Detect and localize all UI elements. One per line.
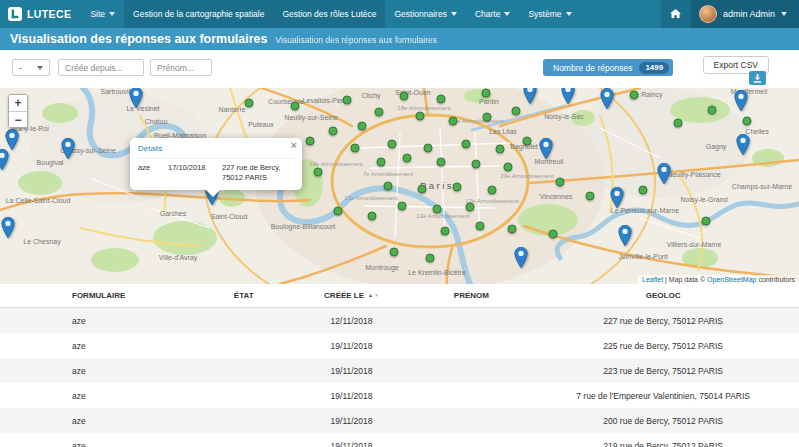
green-response-marker[interactable] xyxy=(358,122,367,131)
popup-close-icon[interactable]: × xyxy=(291,139,297,151)
green-response-marker[interactable] xyxy=(351,144,360,153)
lutece-logo-icon xyxy=(8,7,22,21)
green-response-marker[interactable] xyxy=(426,254,435,263)
navbar-menu: SiteGestion de la cartographie spatialeG… xyxy=(81,0,580,28)
green-response-marker[interactable] xyxy=(702,217,711,226)
popup-formulaire: aze xyxy=(138,163,162,183)
green-response-marker[interactable] xyxy=(377,158,386,167)
green-response-marker[interactable] xyxy=(398,202,407,211)
green-response-marker[interactable] xyxy=(368,212,377,221)
green-response-marker[interactable] xyxy=(433,205,442,214)
app-logo[interactable]: LUTECE xyxy=(0,0,81,28)
zoom-in-button[interactable]: + xyxy=(9,95,27,111)
green-response-marker[interactable] xyxy=(482,89,491,98)
zoom-control: + − xyxy=(8,94,28,128)
nav-item-4[interactable]: Charte xyxy=(466,0,520,28)
green-response-marker[interactable] xyxy=(291,102,300,111)
green-response-marker[interactable] xyxy=(343,96,352,105)
green-response-marker[interactable] xyxy=(556,178,565,187)
blue-pin-marker-icon[interactable] xyxy=(1,217,16,238)
green-response-marker[interactable] xyxy=(639,186,648,195)
responses-count-button[interactable]: Nombre de réponses 1499 xyxy=(543,59,673,76)
blue-pin-marker-icon[interactable] xyxy=(618,225,633,246)
nav-item-0[interactable]: Site xyxy=(81,0,124,28)
blue-pin-marker-icon[interactable] xyxy=(610,187,625,208)
cell-prenom xyxy=(415,308,527,334)
blue-pin-marker-icon[interactable] xyxy=(734,90,749,111)
green-response-marker[interactable] xyxy=(708,106,717,115)
green-response-marker[interactable] xyxy=(390,248,399,257)
blue-pin-marker-icon[interactable] xyxy=(514,247,529,268)
home-button[interactable] xyxy=(661,0,691,28)
green-response-marker[interactable] xyxy=(630,91,639,100)
green-response-marker[interactable] xyxy=(674,119,683,128)
sort-asc-icon[interactable]: ▲ xyxy=(368,292,373,298)
zoom-out-button[interactable]: − xyxy=(9,111,27,127)
leaflet-link[interactable]: Leaflet xyxy=(642,276,663,283)
nav-item-5[interactable]: Système xyxy=(519,0,580,28)
green-response-marker[interactable] xyxy=(329,127,338,136)
green-response-marker[interactable] xyxy=(418,185,427,194)
green-response-marker[interactable] xyxy=(586,192,595,201)
green-response-marker[interactable] xyxy=(245,99,254,108)
green-response-marker[interactable] xyxy=(549,230,558,239)
blue-pin-marker-icon[interactable] xyxy=(657,163,672,184)
blue-pin-marker-icon[interactable] xyxy=(539,138,554,159)
green-response-marker[interactable] xyxy=(388,140,397,149)
osm-link[interactable]: OpenStreetMap xyxy=(707,276,756,283)
blue-pin-marker-icon[interactable] xyxy=(561,88,576,104)
green-response-marker[interactable] xyxy=(453,183,462,192)
cell-etat xyxy=(200,358,288,383)
popup-row: aze 17/10/2018 227 rue de Bercy, 75012 P… xyxy=(138,158,294,183)
sort-desc-icon[interactable]: ▼ xyxy=(374,292,379,298)
green-response-marker[interactable] xyxy=(449,117,458,126)
green-response-marker[interactable] xyxy=(462,140,471,149)
blue-pin-marker-icon[interactable] xyxy=(600,88,615,109)
green-response-marker[interactable] xyxy=(743,117,752,126)
green-response-marker[interactable] xyxy=(416,112,425,121)
state-filter-select[interactable]: - xyxy=(12,59,50,76)
chevron-down-icon xyxy=(781,12,787,16)
green-response-marker[interactable] xyxy=(523,137,532,146)
blue-pin-marker-icon[interactable] xyxy=(0,149,10,170)
blue-pin-marker-icon[interactable] xyxy=(736,134,751,155)
green-response-marker[interactable] xyxy=(306,137,315,146)
map-canvas[interactable]: SartrouvilleMarly-le-RoiLe VésinetChatou… xyxy=(0,88,799,284)
green-response-marker[interactable] xyxy=(508,225,517,234)
col-prenom: PRÉNOM xyxy=(415,284,527,308)
cell-etat xyxy=(200,333,288,358)
nav-item-3[interactable]: Gestionnaires xyxy=(385,0,465,28)
blue-pin-marker-icon[interactable] xyxy=(5,129,20,150)
green-response-marker[interactable] xyxy=(334,207,343,216)
green-response-marker[interactable] xyxy=(512,107,521,116)
cell-etat xyxy=(200,433,288,447)
nav-item-1[interactable]: Gestion de la cartographie spatiale xyxy=(124,0,273,28)
nav-item-2[interactable]: Gestion des rôles Lutèce xyxy=(273,0,385,28)
green-response-marker[interactable] xyxy=(437,158,446,167)
blue-pin-marker-icon[interactable] xyxy=(61,138,76,159)
green-response-marker[interactable] xyxy=(504,163,513,172)
user-menu[interactable]: admin Admin xyxy=(691,0,799,28)
page-header: Visualisation des réponses aux formulair… xyxy=(0,28,799,50)
green-response-marker[interactable] xyxy=(437,95,446,104)
green-response-marker[interactable] xyxy=(384,182,393,191)
green-response-marker[interactable] xyxy=(400,92,409,101)
green-response-marker[interactable] xyxy=(476,222,485,231)
green-response-marker[interactable] xyxy=(375,108,384,117)
green-response-marker[interactable] xyxy=(466,203,475,212)
green-response-marker[interactable] xyxy=(441,227,450,236)
green-response-marker[interactable] xyxy=(488,186,497,195)
blue-pin-marker-icon[interactable] xyxy=(523,88,538,104)
green-response-marker[interactable] xyxy=(483,113,492,122)
green-response-marker[interactable] xyxy=(314,168,323,177)
cell-cree_le: 19/11/2018 xyxy=(288,408,416,433)
green-response-marker[interactable] xyxy=(496,145,505,154)
green-response-marker[interactable] xyxy=(403,154,412,163)
firstname-filter-input[interactable] xyxy=(150,59,212,76)
download-button[interactable] xyxy=(749,71,766,85)
col-cree-le[interactable]: CRÉÉE LE▲▼ xyxy=(288,284,416,308)
date-filter-input[interactable] xyxy=(58,59,144,76)
blue-pin-marker-icon[interactable] xyxy=(129,88,144,108)
green-response-marker[interactable] xyxy=(472,160,481,169)
green-response-marker[interactable] xyxy=(424,144,433,153)
